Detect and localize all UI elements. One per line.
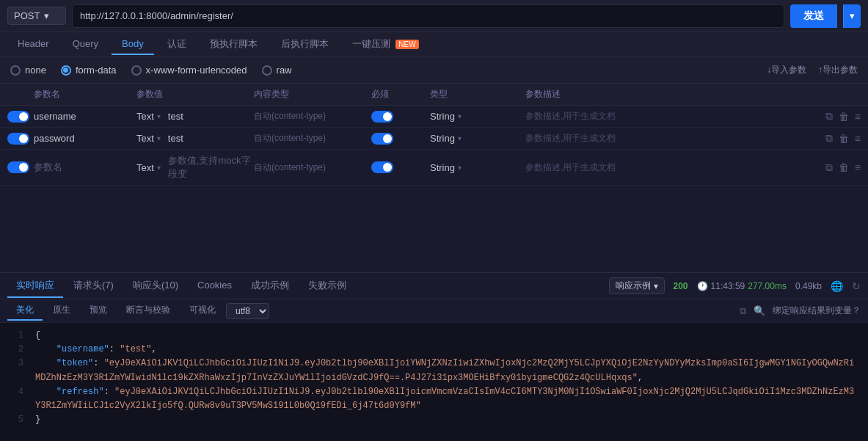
row3-type[interactable]: String ▾: [430, 162, 525, 173]
row3-actions: ⧉ 🗑 ≡: [809, 161, 861, 174]
row3-content-type: 自动(content-type): [254, 161, 371, 174]
radio-raw-label: raw: [277, 65, 292, 76]
url-input[interactable]: [72, 4, 784, 28]
tab-realtime-response[interactable]: 实时响应: [7, 274, 63, 298]
body-options: none form-data x-www-form-urlencoded raw…: [0, 57, 868, 84]
tab-request-headers[interactable]: 请求头(7): [65, 274, 123, 298]
required-toggle[interactable]: [371, 161, 393, 173]
toggle-switch[interactable]: [7, 161, 29, 173]
row1-toggle[interactable]: [7, 111, 34, 123]
tab-query[interactable]: Query: [62, 34, 109, 55]
col-desc: 参数描述: [525, 88, 809, 101]
row3-required[interactable]: [371, 161, 430, 173]
radio-form-data[interactable]: form-data: [61, 65, 117, 76]
drag-icon[interactable]: ≡: [855, 111, 861, 123]
drag-icon[interactable]: ≡: [855, 161, 861, 173]
response-section: 实时响应 请求头(7) 响应头(10) Cookies 成功示例 失败示例 响应…: [0, 272, 868, 441]
method-select[interactable]: POST ▾: [7, 7, 66, 25]
status-badge: 200: [674, 281, 688, 291]
delete-icon[interactable]: 🗑: [839, 161, 849, 173]
tab-stress-test[interactable]: 一键压测 NEW: [342, 33, 429, 57]
format-tabs: 美化 原生 预览 断言与校验 可视化 utf8 ⧉ 🔍 绑定响应结果到变量？: [0, 299, 868, 323]
row2-name: password: [34, 133, 136, 144]
radio-urlencoded-label: x-www-form-urlencoded: [146, 65, 247, 76]
row3-toggle[interactable]: [7, 161, 34, 173]
new-badge: NEW: [395, 40, 418, 49]
tab-header[interactable]: Header: [7, 34, 59, 55]
fmt-tab-preview[interactable]: 预览: [81, 301, 116, 321]
fmt-tab-raw[interactable]: 原生: [44, 301, 79, 321]
tab-fail-example[interactable]: 失败示例: [299, 274, 355, 298]
search-response-icon[interactable]: 🔍: [754, 305, 765, 316]
response-example-select[interactable]: 响应示例 ▾: [609, 277, 665, 294]
tab-pre-script[interactable]: 预执行脚本: [200, 33, 268, 57]
type-dropdown-icon: ▾: [458, 134, 462, 142]
radio-raw-circle: [262, 65, 272, 76]
row2-actions: ⧉ 🗑 ≡: [809, 132, 861, 145]
toggle-switch[interactable]: [7, 111, 29, 123]
row2-type[interactable]: String ▾: [430, 133, 525, 144]
copy-icon[interactable]: ⧉: [825, 161, 833, 174]
fmt-tab-assert[interactable]: 断言与校验: [117, 301, 179, 321]
radio-raw[interactable]: raw: [262, 65, 292, 76]
col-actions: [809, 88, 861, 101]
copy-icon[interactable]: ⧉: [825, 110, 833, 123]
json-line-1: 1 {: [12, 329, 856, 343]
json-line-2: 2 "username": "test",: [12, 343, 856, 357]
type-dropdown-icon: ▾: [458, 164, 462, 172]
tab-response-headers[interactable]: 响应头(10): [124, 274, 187, 298]
toggle-switch[interactable]: [7, 133, 29, 145]
json-viewer: 1 { 2 "username": "test", 3 "token": "ey…: [0, 323, 868, 441]
json-line-3: 3 "token": "eyJ0eXAiOiJKV1QiLCJhbGciOiJI…: [12, 357, 856, 384]
refresh-icon[interactable]: ↻: [852, 280, 861, 292]
row2-text-type[interactable]: Text ▾ test: [136, 133, 254, 144]
fmt-tab-visual[interactable]: 可视化: [180, 301, 225, 321]
tab-cookies[interactable]: Cookies: [189, 275, 241, 296]
row2-required[interactable]: [371, 133, 430, 145]
text-type-dropdown-icon: ▾: [157, 164, 161, 172]
tab-post-script[interactable]: 后执行脚本: [271, 33, 339, 57]
json-line-5: 5 }: [12, 413, 856, 427]
copy-response-icon[interactable]: ⧉: [740, 305, 746, 317]
row1-text-type[interactable]: Text ▾ test: [136, 111, 254, 122]
row1-desc: 参数描述,用于生成文档: [525, 110, 809, 123]
row2-content-type: 自动(content-type): [254, 132, 371, 145]
radio-none[interactable]: none: [10, 65, 46, 76]
delete-icon[interactable]: 🗑: [839, 111, 849, 123]
row1-actions: ⧉ 🗑 ≡: [809, 110, 861, 123]
send-dropdown-button[interactable]: ▾: [843, 4, 861, 28]
globe-icon[interactable]: 🌐: [831, 280, 843, 292]
format-actions: ⧉ 🔍 绑定响应结果到变量？: [740, 305, 861, 317]
fmt-tab-beautify[interactable]: 美化: [7, 301, 43, 321]
radio-urlencoded[interactable]: x-www-form-urlencoded: [131, 65, 247, 76]
encoding-select[interactable]: utf8: [226, 303, 269, 319]
row1-type[interactable]: String ▾: [430, 111, 525, 122]
export-params-button[interactable]: ↑导出参数: [818, 64, 858, 76]
tab-body[interactable]: Body: [112, 34, 154, 55]
row3-desc: 参数描述,用于生成文档: [525, 161, 809, 174]
table-row: 参数名 Text ▾ 参数值,支持mock字段变 自动(content-type…: [0, 150, 868, 186]
row3-text-type[interactable]: Text ▾ 参数值,支持mock字段变: [136, 154, 254, 181]
drag-icon[interactable]: ≡: [855, 133, 861, 145]
copy-icon[interactable]: ⧉: [825, 132, 833, 145]
tab-auth[interactable]: 认证: [157, 33, 197, 57]
radio-none-circle: [10, 65, 21, 76]
delete-icon[interactable]: 🗑: [839, 133, 849, 145]
col-toggle: [7, 88, 34, 101]
tab-success-example[interactable]: 成功示例: [242, 274, 298, 298]
method-dropdown-icon: ▾: [44, 10, 49, 21]
url-bar: POST ▾ 发送 ▾: [0, 0, 868, 32]
table-row: password Text ▾ test 自动(content-type) St…: [0, 128, 868, 150]
row1-content-type: 自动(content-type): [254, 110, 371, 123]
bind-response-label[interactable]: 绑定响应结果到变量？: [773, 305, 861, 317]
required-toggle[interactable]: [371, 111, 393, 123]
row1-required[interactable]: [371, 111, 430, 123]
row2-toggle[interactable]: [7, 133, 34, 145]
table-header: 参数名 参数值 内容类型 必须 类型 参数描述: [0, 84, 868, 106]
import-params-button[interactable]: ↓导入参数: [767, 64, 806, 76]
send-button[interactable]: 发送: [790, 4, 837, 28]
required-toggle[interactable]: [371, 133, 393, 145]
json-line-4: 4 "refresh": "eyJ0eXAiOiJKV1QiLCJhbGciOi…: [12, 385, 856, 413]
radio-none-label: none: [25, 65, 46, 76]
col-param-value: 参数值: [136, 88, 254, 101]
